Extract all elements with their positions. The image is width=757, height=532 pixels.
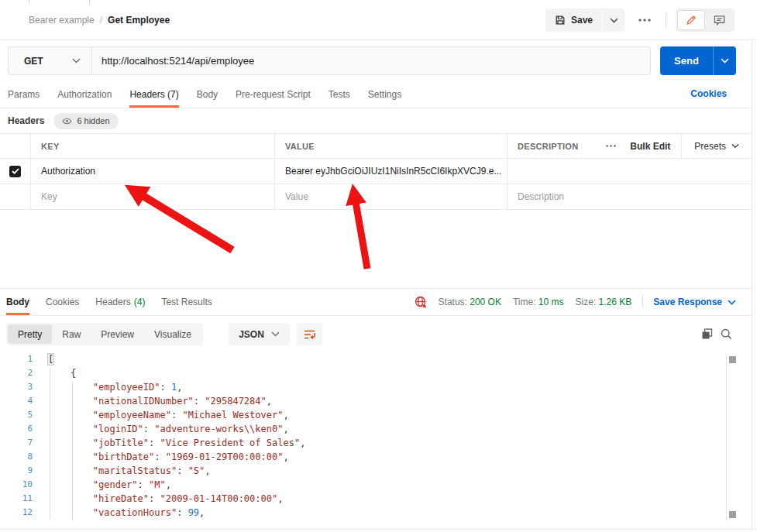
code-line: 6 "loginID": "adventure-works\\ken0", xyxy=(0,422,752,436)
tab-settings[interactable]: Settings xyxy=(368,81,401,108)
scrollbar-thumb-bottom[interactable] xyxy=(729,511,736,518)
response-tab-cookies[interactable]: Cookies xyxy=(46,289,79,315)
check-icon xyxy=(12,168,19,174)
code-content: "gender": "M", xyxy=(48,478,171,492)
network-error-icon[interactable] xyxy=(415,296,427,308)
presets-dropdown[interactable]: Presets xyxy=(681,134,752,158)
pencil-icon xyxy=(686,15,697,26)
breadcrumb-collection[interactable]: Bearer example xyxy=(29,15,95,26)
wrap-text-button[interactable] xyxy=(297,323,322,345)
breadcrumb-separator: / xyxy=(100,15,102,26)
column-options-button[interactable] xyxy=(599,145,622,147)
tab-body[interactable]: Body xyxy=(197,81,218,108)
more-options-button[interactable] xyxy=(633,9,656,32)
url-input[interactable]: http://localhost:5214/api/employee xyxy=(91,47,650,74)
response-tab-headers[interactable]: Headers (4) xyxy=(95,289,145,315)
save-response-button[interactable]: Save Response xyxy=(653,297,736,307)
row-checkbox-checked[interactable] xyxy=(9,166,21,177)
code-content: "nationalIDNumber": "295847284", xyxy=(48,394,272,408)
breadcrumb-request-name[interactable]: Get Employee xyxy=(108,15,170,26)
code-line: 8 "birthDate": "1969-01-29T00:00:00", xyxy=(0,450,752,464)
size-value: 1.26 KB xyxy=(599,297,632,307)
save-options-button[interactable] xyxy=(603,9,625,32)
headers-subheader: Headers 6 hidden xyxy=(0,108,752,133)
response-header: Body Cookies Headers (4) Test Results St… xyxy=(0,288,752,316)
line-number: 7 xyxy=(0,436,33,450)
request-url-bar: GET http://localhost:5214/api/employee xyxy=(8,46,651,75)
hidden-headers-badge[interactable]: 6 hidden xyxy=(53,113,118,129)
tab-pre-request-script[interactable]: Pre-request Script xyxy=(236,81,311,108)
topbar-divider xyxy=(666,12,666,29)
scrollbar-thumb-top[interactable] xyxy=(729,356,736,363)
view-mode-raw[interactable]: Raw xyxy=(52,324,91,344)
wrap-text-icon xyxy=(304,329,316,340)
response-view-bar: Pretty Raw Preview Visualize JSON xyxy=(0,316,752,352)
table-header-controls: Bulk Edit Presets xyxy=(599,134,752,158)
tab-tests[interactable]: Tests xyxy=(329,81,350,108)
save-button[interactable]: Save xyxy=(545,9,602,32)
request-tabs: Params Authorization Headers (7) Body Pr… xyxy=(0,81,752,108)
tab-authorization[interactable]: Authorization xyxy=(57,81,112,108)
line-number: 9 xyxy=(0,464,33,478)
response-scrollbar[interactable] xyxy=(726,354,737,521)
time-label: Time: xyxy=(513,297,536,307)
row-checkbox-empty-cell[interactable] xyxy=(0,184,31,209)
status-label: Status: xyxy=(439,297,467,307)
code-lines: 1[2 {3 "employeeID": 1,4 "nationalIDNumb… xyxy=(0,352,752,520)
cookies-link[interactable]: Cookies xyxy=(690,81,727,106)
format-label: JSON xyxy=(239,329,264,340)
chevron-down-icon xyxy=(728,300,736,305)
chevron-down-icon xyxy=(610,18,618,23)
send-button[interactable]: Send xyxy=(660,46,736,75)
header-row-authorization: Authorization Bearer eyJhbGciOiJIUzI1NiI… xyxy=(0,159,752,184)
comment-button[interactable] xyxy=(705,10,733,30)
code-line: 11 "hireDate": "2009-01-14T00:00:00", xyxy=(0,492,752,506)
send-button-label[interactable]: Send xyxy=(660,46,713,75)
send-options-button[interactable] xyxy=(713,46,736,75)
line-number: 4 xyxy=(0,394,33,408)
right-panel-divider xyxy=(752,41,752,529)
request-header-bar: Bearer example / Get Employee Save xyxy=(0,0,757,40)
code-line: 7 "jobTitle": "Vice President of Sales", xyxy=(0,436,752,450)
line-number: 12 xyxy=(0,506,33,520)
response-headers-count: (4) xyxy=(134,297,146,307)
header-key-cell[interactable]: Authorization xyxy=(41,166,95,177)
indent-guide xyxy=(50,368,50,520)
format-dropdown[interactable]: JSON xyxy=(229,323,290,345)
tab-headers[interactable]: Headers (7) xyxy=(129,81,178,108)
indent-guide xyxy=(72,382,73,520)
status-badge: Status: 200 OK xyxy=(439,297,501,307)
view-mode-preview[interactable]: Preview xyxy=(91,324,144,344)
value-placeholder[interactable]: Value xyxy=(285,191,308,202)
column-value: VALUE xyxy=(285,142,315,151)
breadcrumb: Bearer example / Get Employee xyxy=(29,0,170,40)
description-placeholder[interactable]: Description xyxy=(518,191,564,202)
copy-icon xyxy=(701,328,713,340)
view-mode-pretty[interactable]: Pretty xyxy=(8,324,52,344)
column-description: DESCRIPTION xyxy=(518,142,578,151)
view-mode-visualize[interactable]: Visualize xyxy=(144,324,201,344)
copy-response-button[interactable] xyxy=(698,325,715,342)
tab-params[interactable]: Params xyxy=(8,81,40,108)
method-dropdown[interactable]: GET xyxy=(9,47,91,74)
code-content: { xyxy=(48,366,76,380)
response-body-editor[interactable]: 1[2 {3 "employeeID": 1,4 "nationalIDNumb… xyxy=(0,352,752,529)
response-tab-test-results[interactable]: Test Results xyxy=(161,289,212,315)
chevron-down-icon xyxy=(721,58,729,63)
code-line: 10 "gender": "M", xyxy=(0,478,752,492)
headers-table: KEY VALUE DESCRIPTION Bulk Edit Presets xyxy=(0,133,752,210)
select-all-cell[interactable] xyxy=(0,134,31,158)
response-tab-body[interactable]: Body xyxy=(6,289,29,315)
edit-request-button[interactable] xyxy=(677,10,705,30)
save-icon xyxy=(555,15,566,26)
header-value-cell[interactable]: Bearer eyJhbGciOiJIUzI1NiIsInR5cCI6IkpXV… xyxy=(285,166,501,177)
topbar-actions: Save xyxy=(545,9,735,32)
bulk-edit-button[interactable]: Bulk Edit xyxy=(630,141,670,152)
line-number: 2 xyxy=(0,366,33,380)
size-badge: Size: 1.26 KB xyxy=(576,297,632,307)
search-response-button[interactable] xyxy=(717,325,735,342)
ellipsis-icon xyxy=(638,19,651,22)
size-label: Size: xyxy=(576,297,597,307)
key-placeholder[interactable]: Key xyxy=(41,191,57,202)
code-content: "birthDate": "1969-01-29T00:00:00", xyxy=(48,450,289,464)
